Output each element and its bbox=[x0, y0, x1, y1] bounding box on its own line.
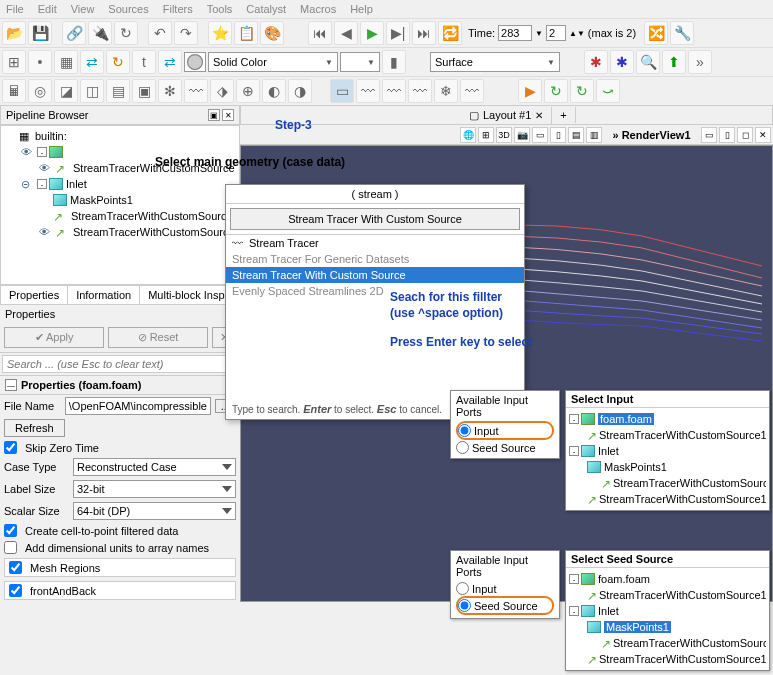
refresh-icon[interactable]: ↻ bbox=[544, 79, 568, 103]
menu-sources[interactable]: Sources bbox=[108, 3, 148, 15]
center-icon[interactable]: ✱ bbox=[610, 50, 634, 74]
glyph-icon[interactable]: ✻ bbox=[158, 79, 182, 103]
threshold-icon[interactable]: ▤ bbox=[106, 79, 130, 103]
sel-mask-1[interactable]: MaskPoints1 bbox=[604, 461, 667, 473]
time-icon[interactable]: t bbox=[132, 50, 156, 74]
time-step-input[interactable] bbox=[546, 25, 566, 41]
wave3-icon[interactable]: 〰 bbox=[408, 79, 432, 103]
skip-zero-checkbox[interactable] bbox=[4, 441, 17, 454]
tab-information[interactable]: Information bbox=[68, 286, 140, 304]
sel-inlet-2[interactable]: Inlet bbox=[598, 605, 619, 617]
layout-tab-1[interactable]: ▢ Layout #1 ✕ bbox=[461, 107, 552, 124]
port-seed-radio-2[interactable]: Seed Source bbox=[456, 596, 554, 615]
menu-catalyst[interactable]: Catalyst bbox=[246, 3, 286, 15]
tree-root[interactable]: builtin: bbox=[35, 130, 67, 142]
menu-file[interactable]: File bbox=[6, 3, 24, 15]
menu-macros[interactable]: Macros bbox=[300, 3, 336, 15]
maximize-icon[interactable]: ◻ bbox=[737, 127, 753, 143]
filter-item-tracer[interactable]: 〰Stream Tracer bbox=[226, 235, 524, 251]
scripts-icon[interactable]: 📋 bbox=[234, 21, 258, 45]
play-icon[interactable]: ▶ bbox=[360, 21, 384, 45]
group-icon[interactable]: ⊕ bbox=[236, 79, 260, 103]
port-seed-radio-1[interactable]: Seed Source bbox=[456, 440, 554, 455]
wave1-icon[interactable]: 〰 bbox=[356, 79, 380, 103]
wave2-icon[interactable]: 〰 bbox=[382, 79, 406, 103]
labelsize-select[interactable]: 32-bit bbox=[73, 480, 236, 498]
property-search-input[interactable] bbox=[2, 355, 238, 373]
slice-icon[interactable]: ◫ bbox=[80, 79, 104, 103]
close-view-icon[interactable]: ✕ bbox=[755, 127, 771, 143]
scalarsize-select[interactable]: 64-bit (DP) bbox=[73, 502, 236, 520]
rv-3d-icon[interactable]: 3D bbox=[496, 127, 512, 143]
connect-icon[interactable]: 🔗 bbox=[62, 21, 86, 45]
axes-icon[interactable]: ✱ bbox=[584, 50, 608, 74]
record-icon[interactable]: ▶ bbox=[518, 79, 542, 103]
undock-icon[interactable]: ▣ bbox=[208, 109, 220, 121]
favorites-icon[interactable]: ⭐ bbox=[208, 21, 232, 45]
rv-grid-icon[interactable]: ⊞ bbox=[478, 127, 494, 143]
port-input-radio-1[interactable]: Input bbox=[456, 421, 554, 440]
disconnect-icon[interactable]: 🔌 bbox=[88, 21, 112, 45]
meshregions-checkbox[interactable] bbox=[9, 561, 22, 574]
prev-frame-icon[interactable]: ◀ bbox=[334, 21, 358, 45]
menu-filters[interactable]: Filters bbox=[163, 3, 193, 15]
tab-properties[interactable]: Properties bbox=[1, 286, 68, 304]
split-v-icon[interactable]: ▯ bbox=[719, 127, 735, 143]
extract-icon[interactable]: ▣ bbox=[132, 79, 156, 103]
reload2-icon[interactable]: ↻ bbox=[106, 50, 130, 74]
reflect-icon[interactable]: ◑ bbox=[288, 79, 312, 103]
stream-icon[interactable]: 〰 bbox=[184, 79, 208, 103]
sel-st2-2[interactable]: StreamTracerWithCustomSource1 bbox=[613, 637, 766, 649]
more-icon[interactable]: » bbox=[688, 50, 712, 74]
casetype-select[interactable]: Reconstructed Case bbox=[73, 458, 236, 476]
sel-st1-2[interactable]: StreamTracerWithCustomSource1 bbox=[599, 589, 766, 601]
apply-button[interactable]: ✔ Apply bbox=[4, 327, 104, 348]
arrows-icon[interactable]: ⇄ bbox=[80, 50, 104, 74]
open-icon[interactable]: 📂 bbox=[2, 21, 26, 45]
rv-camera-icon[interactable]: 📷 bbox=[514, 127, 530, 143]
add-tab[interactable]: + bbox=[552, 107, 575, 123]
next-frame-icon[interactable]: ▶| bbox=[386, 21, 410, 45]
menu-edit[interactable]: Edit bbox=[38, 3, 57, 15]
wave4-icon[interactable]: 〰 bbox=[460, 79, 484, 103]
sel-inlet-1[interactable]: Inlet bbox=[598, 445, 619, 457]
palette-icon[interactable]: 🎨 bbox=[260, 21, 284, 45]
grid-icon[interactable]: ⊞ bbox=[2, 50, 26, 74]
tree-item-stream2[interactable]: StreamTracerWithCustomSource bbox=[71, 210, 233, 222]
close-tab-icon[interactable]: ✕ bbox=[535, 110, 543, 121]
color-mode-combo[interactable]: Solid Color▼ bbox=[208, 52, 338, 72]
zoom-icon[interactable]: 🔍 bbox=[636, 50, 660, 74]
rv-halo-icon[interactable]: 🌐 bbox=[460, 127, 476, 143]
rv-sel2-icon[interactable]: ▯ bbox=[550, 127, 566, 143]
clip-icon[interactable]: ◪ bbox=[54, 79, 78, 103]
last-frame-icon[interactable]: ⏭ bbox=[412, 21, 436, 45]
tree-item-inlet[interactable]: Inlet bbox=[66, 178, 87, 190]
fit-icon[interactable]: ⬆ bbox=[662, 50, 686, 74]
tree-item-stream3[interactable]: StreamTracerWithCustomSource bbox=[73, 226, 235, 238]
adjust-icon[interactable]: 🔧 bbox=[670, 21, 694, 45]
loop-icon[interactable]: 🔁 bbox=[438, 21, 462, 45]
menu-help[interactable]: Help bbox=[350, 3, 373, 15]
sel-foam-2[interactable]: foam.foam bbox=[598, 573, 650, 585]
calculator-icon[interactable]: 🖩 bbox=[2, 79, 26, 103]
pipeline-tree[interactable]: ▦builtin: 👁- 👁StreamTracerWithCustomSour… bbox=[0, 125, 240, 285]
filter-main-button[interactable]: Stream Tracer With Custom Source bbox=[230, 208, 520, 230]
filter-item-custom[interactable]: Stream Tracer With Custom Source bbox=[226, 267, 524, 283]
reset-button[interactable]: ⊘ Reset bbox=[108, 327, 208, 348]
refresh3-icon[interactable]: ⤻ bbox=[596, 79, 620, 103]
port-input-radio-2[interactable]: Input bbox=[456, 581, 554, 596]
refresh-button[interactable]: Refresh bbox=[4, 419, 65, 437]
sel-foam-1[interactable]: foam.foam bbox=[598, 413, 654, 425]
tree-item-mask[interactable]: MaskPoints1 bbox=[70, 194, 133, 206]
sel-mask-2[interactable]: MaskPoints1 bbox=[604, 621, 671, 633]
properties-section-header[interactable]: —Properties (foam.foam) bbox=[0, 376, 240, 395]
adddim-checkbox[interactable] bbox=[4, 541, 17, 554]
first-frame-icon[interactable]: ⏮ bbox=[308, 21, 332, 45]
snow-icon[interactable]: ❄ bbox=[434, 79, 458, 103]
close-panel-icon[interactable]: ✕ bbox=[222, 109, 234, 121]
sel-st2-1[interactable]: StreamTracerWithCustomSource1 bbox=[613, 477, 766, 489]
point-icon[interactable]: • bbox=[28, 50, 52, 74]
time-frame-input[interactable] bbox=[498, 25, 532, 41]
contour-icon[interactable]: ◎ bbox=[28, 79, 52, 103]
component-combo[interactable]: ▼ bbox=[340, 52, 380, 72]
